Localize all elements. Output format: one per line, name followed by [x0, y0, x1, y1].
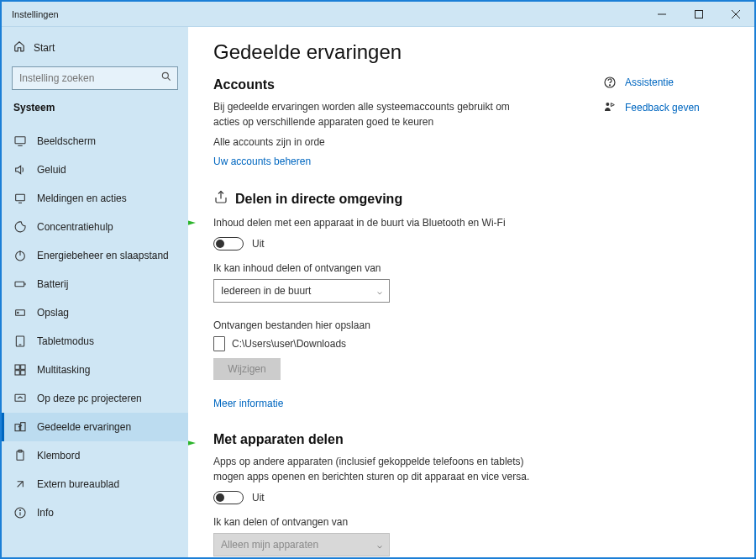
tablet-icon	[13, 335, 27, 348]
sidebar-item-power[interactable]: Energiebeheer en slaapstand	[2, 241, 188, 270]
main-content: Gedeelde ervaringen Accounts Bij gedeeld…	[188, 27, 754, 557]
save-path: C:\Users\user\Downloads	[232, 338, 346, 350]
nearby-toggle-state: Uit	[252, 238, 265, 250]
svg-rect-1	[696, 10, 703, 18]
sidebar-item-display[interactable]: Beeldscherm	[2, 127, 188, 156]
sidebar-item-label: Op deze pc projecteren	[37, 393, 142, 404]
svg-point-4	[162, 72, 168, 78]
power-icon	[13, 249, 27, 262]
feedback-icon	[603, 101, 617, 114]
sidebar-item-label: Opslag	[37, 307, 69, 319]
svg-point-14	[18, 312, 18, 313]
devices-toggle-state: Uit	[252, 492, 265, 504]
svg-point-32	[609, 85, 610, 86]
more-info-link[interactable]: Meer informatie	[213, 398, 283, 409]
home-icon	[13, 40, 25, 55]
svg-rect-8	[16, 194, 25, 200]
svg-rect-19	[15, 371, 19, 375]
svg-rect-23	[21, 423, 25, 431]
storage-icon	[13, 306, 27, 319]
battery-icon	[13, 277, 27, 291]
sidebar-item-battery[interactable]: Batterij	[2, 270, 188, 298]
minimize-button[interactable]	[643, 2, 680, 27]
svg-line-5	[167, 77, 170, 80]
accounts-status: Alle accounts zijn in orde	[213, 136, 729, 148]
sidebar-item-focus[interactable]: Concentratiehulp	[2, 213, 188, 241]
devices-field-label: Ik kan delen of ontvangen van	[213, 516, 729, 528]
svg-rect-18	[21, 365, 25, 369]
svg-rect-6	[15, 137, 25, 144]
devices-desc: Apps op andere apparaten (inclusief geko…	[213, 454, 533, 484]
help-icon	[603, 76, 617, 89]
sound-icon	[13, 163, 27, 177]
sidebar: Start Systeem BeeldschermGeluidMeldingen…	[2, 27, 188, 557]
sidebar-item-project[interactable]: Op deze pc projecteren	[2, 384, 188, 413]
svg-rect-21	[15, 394, 25, 401]
sidebar-item-notify[interactable]: Meldingen en acties	[2, 184, 188, 213]
devices-select: Alleen mijn apparaten ⌵	[213, 533, 390, 556]
focus-icon	[13, 220, 27, 234]
window-title: Instellingen	[12, 9, 59, 19]
feedback-link[interactable]: Feedback geven	[603, 101, 729, 114]
svg-point-29	[19, 509, 20, 510]
sidebar-item-tablet[interactable]: Tabletmodus	[2, 327, 188, 356]
share-icon	[213, 190, 228, 208]
sidebar-item-label: Meldingen en acties	[37, 192, 127, 204]
devices-heading: Met apparaten delen	[213, 432, 729, 447]
search-input[interactable]	[12, 66, 178, 90]
nearby-desc: Inhoud delen met een apparaat in de buur…	[213, 215, 533, 230]
save-location-label: Ontvangen bestanden hier opslaan	[213, 319, 729, 331]
sidebar-item-label: Tabletmodus	[37, 335, 94, 347]
manage-accounts-link[interactable]: Uw accounts beheren	[213, 156, 311, 167]
chevron-down-icon: ⌵	[377, 541, 382, 550]
sidebar-item-label: Extern bureaublad	[37, 478, 119, 490]
document-icon	[213, 336, 225, 351]
annotation-arrow	[188, 430, 196, 459]
remote-icon	[13, 477, 27, 491]
notify-icon	[13, 192, 27, 205]
svg-point-33	[606, 103, 609, 106]
nearby-toggle[interactable]	[213, 237, 244, 250]
svg-line-24	[18, 425, 22, 427]
project-icon	[13, 392, 27, 405]
sidebar-item-label: Klembord	[37, 450, 80, 461]
sidebar-item-label: Energiebeheer en slaapstand	[37, 250, 169, 261]
search-field[interactable]	[19, 72, 160, 84]
nearby-select[interactable]: Iedereen in de buurt ⌵	[213, 279, 390, 303]
sidebar-item-label: Batterij	[37, 278, 68, 290]
sidebar-item-storage[interactable]: Opslag	[2, 298, 188, 327]
sidebar-item-clipboard[interactable]: Klembord	[2, 441, 188, 470]
sidebar-item-info[interactable]: Info	[2, 498, 188, 527]
svg-rect-17	[15, 365, 19, 369]
svg-rect-22	[15, 425, 19, 431]
sidebar-item-label: Concentratiehulp	[37, 221, 113, 233]
svg-marker-37	[188, 437, 196, 449]
devices-toggle[interactable]	[213, 491, 244, 504]
sidebar-item-remote[interactable]: Extern bureaublad	[2, 470, 188, 498]
nearby-field-label: Ik kan inhoud delen of ontvangen van	[213, 262, 729, 274]
page-title: Gedeelde ervaringen	[213, 40, 729, 64]
search-icon	[160, 71, 172, 86]
sidebar-item-label: Multitasking	[37, 364, 90, 376]
clipboard-icon	[13, 449, 27, 462]
sidebar-item-label: Info	[37, 507, 54, 519]
shared-icon	[13, 420, 27, 434]
change-button[interactable]: Wijzigen	[213, 358, 281, 380]
multitask-icon	[13, 363, 27, 377]
sidebar-item-shared[interactable]: Gedeelde ervaringen	[2, 413, 188, 441]
maximize-button[interactable]	[680, 2, 717, 27]
sidebar-item-multitask[interactable]: Multitasking	[2, 356, 188, 384]
home-button[interactable]: Start	[2, 35, 188, 66]
svg-rect-20	[21, 371, 25, 375]
sidebar-item-label: Gedeelde ervaringen	[37, 421, 131, 433]
display-icon	[13, 134, 27, 148]
home-label: Start	[34, 42, 55, 54]
sidebar-item-label: Geluid	[37, 164, 66, 176]
help-link[interactable]: Assistentie	[603, 76, 729, 89]
chevron-down-icon: ⌵	[377, 287, 382, 296]
nearby-heading: Delen in directe omgeving	[213, 190, 729, 208]
info-icon	[13, 506, 27, 519]
close-button[interactable]	[717, 2, 754, 27]
sidebar-item-sound[interactable]: Geluid	[2, 156, 188, 184]
svg-rect-11	[15, 282, 24, 286]
